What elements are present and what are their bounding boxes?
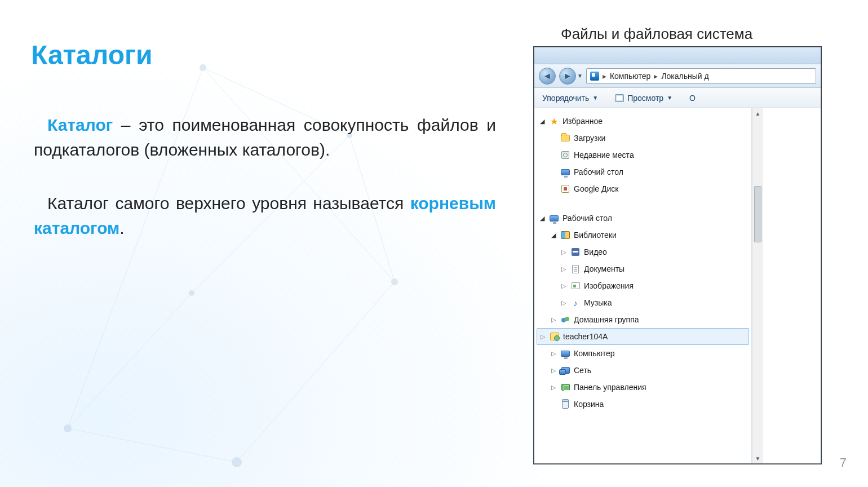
- slide-header: Файлы и файловая система: [561, 25, 752, 43]
- tree-recyclebin[interactable]: Корзина: [534, 396, 751, 413]
- forward-button[interactable]: ►: [559, 68, 576, 85]
- toolbar: Упорядочить ▼ Просмотр ▼ О: [534, 88, 821, 108]
- recycle-bin-icon: [562, 400, 569, 409]
- folder-icon: [561, 135, 570, 141]
- tree-label: Рабочий стол: [574, 167, 623, 176]
- keyword-catalog: Каталог: [47, 116, 113, 134]
- explorer-window: ◄ ► ▼ ▸ Компьютер ▸ Локальный д Упорядоч…: [534, 47, 821, 464]
- expand-icon[interactable]: ▷: [550, 384, 557, 391]
- paragraph-2-post: .: [119, 219, 124, 237]
- tree-controlpanel[interactable]: ▷ Панель управления: [534, 379, 751, 396]
- svg-point-1: [200, 64, 206, 71]
- picture-icon: [572, 282, 580, 289]
- network-icon: [561, 367, 570, 374]
- organize-menu[interactable]: Упорядочить ▼: [542, 94, 598, 103]
- homegroup-icon: [560, 315, 570, 325]
- tree-scrollbar[interactable]: ▲ ▼: [752, 108, 763, 463]
- arrow-right-icon: ►: [563, 71, 572, 81]
- tree-label: Музыка: [584, 298, 612, 307]
- svg-point-3: [232, 457, 242, 467]
- tree-music[interactable]: ▷ ♪ Музыка: [534, 294, 751, 311]
- scroll-track[interactable]: [752, 118, 763, 453]
- caret-down-icon: ▼: [667, 95, 672, 101]
- document-icon: [572, 265, 579, 273]
- expand-icon[interactable]: ▷: [560, 249, 567, 256]
- window-titlebar: [534, 47, 821, 64]
- breadcrumb-separator-icon: ▸: [603, 72, 606, 81]
- tree-label: Сеть: [574, 366, 591, 375]
- desktop-icon: [550, 215, 559, 222]
- tree-label: Компьютер: [574, 349, 614, 358]
- tree-video[interactable]: ▷ Видео: [534, 244, 751, 260]
- video-icon: [572, 248, 579, 256]
- tree-label: Google Диск: [574, 184, 618, 193]
- gdrive-icon: [561, 185, 569, 193]
- tree-user[interactable]: ▷ teacher104A: [537, 328, 749, 345]
- back-button[interactable]: ◄: [539, 68, 556, 85]
- breadcrumb-segment-1[interactable]: Компьютер: [610, 72, 650, 81]
- expand-icon[interactable]: ▷: [539, 333, 546, 340]
- tree-label: Панель управления: [574, 383, 646, 392]
- arrow-left-icon: ◄: [543, 71, 552, 81]
- expand-icon[interactable]: ▷: [550, 367, 557, 374]
- tree-homegroup[interactable]: ▷ Домашняя группа: [534, 311, 751, 328]
- nav-bar: ◄ ► ▼ ▸ Компьютер ▸ Локальный д: [534, 64, 821, 88]
- explorer-content: [763, 108, 821, 463]
- expand-icon[interactable]: ▷: [550, 350, 557, 357]
- tree-label: Видео: [584, 247, 607, 256]
- tree-documents[interactable]: ▷ Документы: [534, 260, 751, 277]
- view-label: Просмотр: [627, 94, 663, 103]
- tree-pictures[interactable]: ▷ Изображения: [534, 277, 751, 294]
- svg-point-0: [64, 424, 72, 432]
- tree-label: Рабочий стол: [563, 214, 612, 223]
- slide-title: Каталоги: [31, 39, 152, 70]
- tree-desktop[interactable]: ◢ Рабочий стол: [534, 210, 751, 227]
- tree-label: teacher104A: [563, 332, 608, 341]
- expand-icon[interactable]: ◢: [539, 118, 546, 125]
- music-icon: ♪: [570, 298, 581, 308]
- tree-label: Изображения: [584, 281, 634, 290]
- scroll-thumb[interactable]: [754, 186, 761, 242]
- computer-icon: [561, 351, 570, 357]
- page-number: 7: [840, 455, 847, 470]
- tree-desktop-fav[interactable]: Рабочий стол: [534, 163, 751, 180]
- expand-icon[interactable]: ▷: [550, 316, 557, 324]
- expand-icon[interactable]: ◢: [550, 232, 557, 239]
- svg-point-5: [189, 290, 194, 296]
- tree-label: Избранное: [563, 117, 603, 126]
- scroll-down-icon[interactable]: ▼: [752, 453, 763, 463]
- svg-point-7: [565, 317, 569, 321]
- expand-icon[interactable]: ▷: [560, 265, 567, 273]
- view-menu[interactable]: Просмотр ▼: [615, 94, 672, 103]
- tree-label: Домашняя группа: [574, 315, 639, 324]
- user-folder-icon: [550, 333, 559, 340]
- expand-icon[interactable]: ▷: [560, 299, 567, 307]
- tree-label: Библиотеки: [574, 231, 617, 240]
- breadcrumb-segment-2[interactable]: Локальный д: [661, 72, 708, 81]
- tree-network[interactable]: ▷ Сеть: [534, 362, 751, 379]
- history-dropdown[interactable]: ▼: [577, 73, 583, 79]
- tree-libraries[interactable]: ◢ Библиотеки: [534, 227, 751, 244]
- tree-gdrive[interactable]: Google Диск: [534, 180, 751, 197]
- tree-favorites[interactable]: ◢ ★ Избранное: [534, 113, 751, 130]
- recent-icon: [561, 151, 569, 159]
- view-icon: [615, 94, 624, 102]
- tree-recent[interactable]: Недавние места: [534, 147, 751, 163]
- tree-downloads[interactable]: Загрузки: [534, 130, 751, 147]
- paragraph-2: Каталог самого верхнего уровня называетс…: [34, 191, 496, 240]
- scroll-up-icon[interactable]: ▲: [752, 108, 763, 118]
- caret-down-icon: ▼: [592, 95, 598, 101]
- paragraph-1: Каталог – это поименованная совокупность…: [34, 113, 496, 162]
- expand-icon[interactable]: ▷: [560, 282, 567, 290]
- star-icon: ★: [549, 116, 559, 126]
- address-bar[interactable]: ▸ Компьютер ▸ Локальный д: [586, 68, 816, 84]
- open-label: О: [689, 94, 696, 103]
- tree-computer[interactable]: ▷ Компьютер: [534, 345, 751, 362]
- expand-icon[interactable]: ◢: [539, 215, 546, 222]
- libraries-icon: [561, 231, 570, 239]
- tree-label: Документы: [584, 264, 625, 273]
- tree-label: Загрузки: [574, 134, 605, 143]
- desktop-icon: [561, 169, 570, 175]
- tree-label: Недавние места: [574, 150, 634, 160]
- open-menu[interactable]: О: [689, 94, 696, 103]
